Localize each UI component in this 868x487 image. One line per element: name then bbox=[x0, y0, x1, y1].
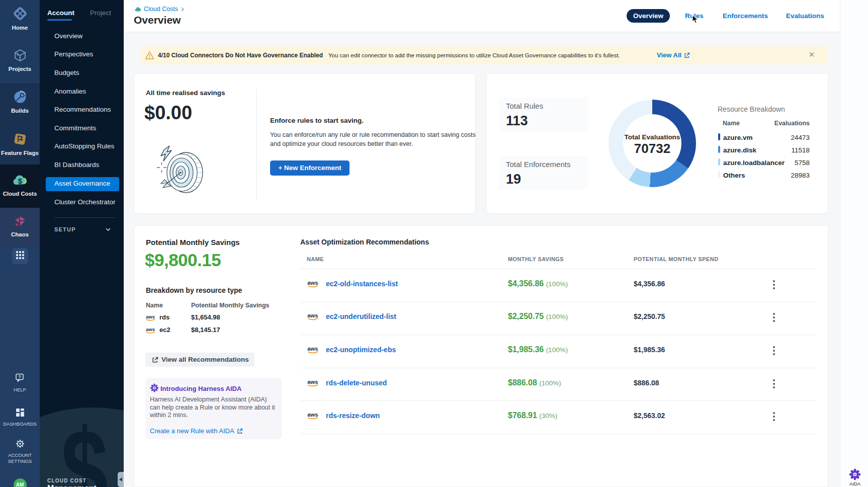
svg-text:aws: aws bbox=[307, 312, 318, 318]
svg-text:?: ? bbox=[18, 374, 21, 379]
svg-text:aws: aws bbox=[146, 327, 155, 332]
svg-text:aws: aws bbox=[307, 280, 318, 286]
svg-text:aws: aws bbox=[307, 412, 318, 418]
svg-text:aws: aws bbox=[146, 314, 155, 319]
svg-text:$: $ bbox=[18, 177, 22, 185]
svg-text:aws: aws bbox=[307, 346, 318, 352]
svg-text:aws: aws bbox=[307, 379, 318, 385]
